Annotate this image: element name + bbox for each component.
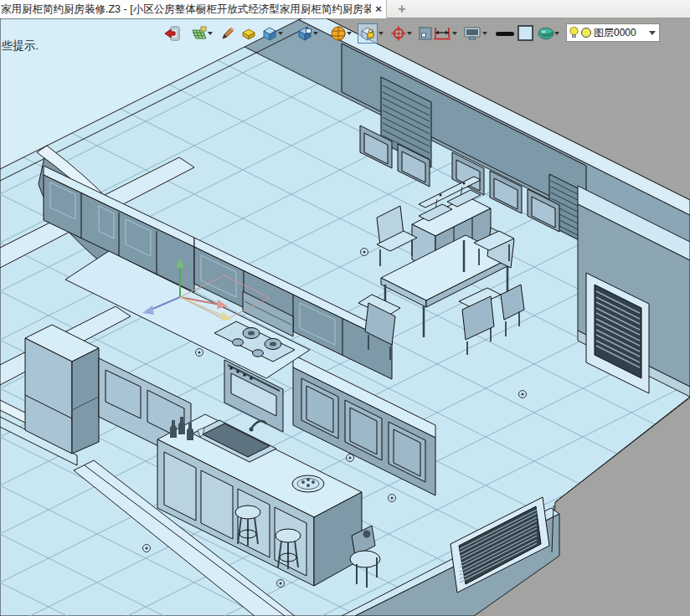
fruit-plate[interactable] — [292, 475, 324, 492]
component-dropdown-icon[interactable] — [313, 32, 318, 35]
reference-box-icon[interactable] — [358, 23, 378, 44]
line-width-icon[interactable] — [494, 23, 514, 44]
solid-dropdown-icon[interactable] — [278, 32, 283, 35]
exit-icon[interactable] — [162, 23, 183, 44]
layer-combo-value: 图层0000 — [594, 26, 649, 40]
tab-bar: 家用厨柜简约厨房装修.Z3 - [小区公房整体橱柜开放式经济型家用厨柜简约厨房装… — [0, 0, 690, 18]
visibility-bulb-icon — [569, 26, 579, 40]
app-window: 家用厨柜简约厨房装修.Z3 - [小区公房整体橱柜开放式经济型家用厨柜简约厨房装… — [0, 0, 690, 616]
reference-dropdown-icon[interactable] — [378, 32, 384, 35]
layer-table-icon[interactable] — [189, 23, 209, 44]
shaded-view-icon[interactable] — [536, 23, 556, 44]
shade-dropdown-icon[interactable] — [554, 32, 559, 35]
combo-dropdown-icon[interactable] — [649, 31, 656, 35]
prompt-hint-text: 些提示. — [2, 38, 39, 54]
extrude-box-icon[interactable] — [239, 23, 259, 44]
layer-color-swatch — [581, 28, 591, 38]
component-box-icon[interactable] — [295, 23, 315, 44]
layer-combo[interactable]: 图层0000 — [566, 23, 660, 42]
screen-display-icon[interactable] — [462, 23, 482, 44]
document-tab-title: 家用厨柜简约厨房装修.Z3 - [小区公房整体橱柜开放式经济型家用厨柜简约厨房装… — [0, 3, 371, 17]
section-sphere-icon[interactable] — [328, 23, 348, 44]
viewport-canvas[interactable] — [0, 18, 690, 616]
screen-dropdown-icon[interactable] — [482, 32, 487, 35]
dimension-icon[interactable] — [432, 23, 452, 44]
color-swatch-icon[interactable] — [516, 23, 536, 44]
layer-dropdown-icon[interactable] — [208, 32, 213, 35]
fridge-cabinet[interactable] — [25, 325, 99, 454]
point-target-icon[interactable] — [389, 23, 409, 44]
tab-close-icon[interactable]: × — [371, 1, 386, 18]
dimension-dropdown-icon[interactable] — [452, 32, 457, 35]
solid-cube-icon[interactable] — [260, 23, 280, 44]
viewport[interactable]: 些提示. — [0, 18, 690, 616]
document-tab[interactable]: 家用厨柜简约厨房装修.Z3 - [小区公房整体橱柜开放式经济型家用厨柜简约厨房装… — [0, 0, 387, 18]
sketch-pencil-icon[interactable] — [218, 23, 238, 44]
new-tab-button[interactable]: + — [394, 0, 410, 18]
target-dropdown-icon[interactable] — [407, 32, 412, 35]
section-dropdown-icon[interactable] — [347, 32, 352, 35]
